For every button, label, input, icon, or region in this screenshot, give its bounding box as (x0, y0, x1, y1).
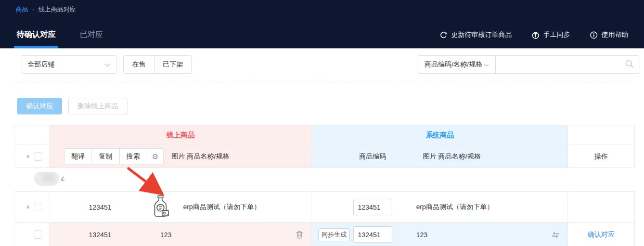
refresh-pending-orders-button[interactable]: 更新待审核订单商品 (440, 30, 512, 40)
row2-select-cell: ∧ (15, 223, 49, 246)
row2-online-section: 132451 123 (49, 223, 312, 246)
online-product-name: erp商品测试（请勿下单） (183, 202, 312, 212)
gear-icon[interactable]: ⚙ (147, 149, 163, 164)
row1-system-section: erp商品测试（请勿下单） (312, 192, 568, 222)
info-icon (590, 31, 598, 39)
system-product-group-header: 系统商品 (312, 125, 568, 145)
system-sub-header: 商品编码 图片 商品名称/规格 (312, 145, 568, 167)
bulk-action-row: 确认对应 删除线上商品 (17, 98, 127, 114)
online-product-code: 132451 (49, 231, 151, 239)
system-code-input[interactable] (353, 226, 392, 243)
row1-select-cell: ∧ (15, 192, 49, 222)
search-field-select[interactable]: 商品编码/名称/规格 (418, 55, 496, 74)
online-image-name-header: 图片 商品名称/规格 (172, 152, 229, 161)
sale-status-filter: 在售 已下架 (123, 55, 192, 74)
copy-button[interactable]: 复制 (92, 149, 119, 164)
system-code-input[interactable] (353, 199, 392, 215)
help-label: 使用帮助 (601, 30, 628, 40)
table-header: 线上商品 系统商品 ∧ 翻译 复制 搜索 ⚙ 图片 商品名称/规格 商品编码 (15, 125, 635, 168)
search-input[interactable] (496, 55, 639, 74)
product-image-icon[interactable] (151, 195, 183, 219)
tab-pending-mapping[interactable]: 待确认对应 (16, 30, 57, 48)
online-product-code: 123451 (49, 203, 151, 211)
page: 商品›线上商品对应 待确认对应 已对应 更新待审核订单商品 手工同步 (0, 0, 644, 246)
manual-sync-button[interactable]: 手工同步 (532, 30, 570, 40)
topbar: 商品›线上商品对应 待确认对应 已对应 更新待审核订单商品 手工同步 (0, 0, 644, 48)
collapse-all-caret[interactable]: ∧ (26, 154, 30, 159)
row1-op-cell (568, 192, 635, 222)
delete-online-product-button[interactable]: 删除线上商品 (68, 98, 127, 114)
online-toolbar: 翻译 复制 搜索 ⚙ (64, 148, 164, 164)
row1-checkbox[interactable] (34, 203, 42, 211)
chevron-down-icon (483, 61, 489, 69)
swap-icon[interactable] (546, 231, 568, 239)
refresh-icon (440, 31, 447, 39)
system-product-name: 123 (393, 231, 546, 239)
row2-op-cell: 确认对应 (568, 223, 635, 246)
breadcrumb-current: 线上商品对应 (38, 6, 76, 13)
sync-generated-tag: 同步生成 (318, 228, 350, 241)
filter-on-sale-button[interactable]: 在售 (124, 56, 154, 73)
topbar-actions: 更新待审核订单商品 手工同步 使用帮助 (440, 30, 628, 40)
sub-header-row: ∧ 翻译 复制 搜索 ⚙ 图片 商品名称/规格 商品编码 图片 商品名称/规格 … (15, 145, 635, 168)
system-product-name: erp商品测试（请勿下单） (393, 202, 546, 212)
breadcrumb: 商品›线上商品对应 (16, 5, 76, 14)
table-row: ∧ 123451 (15, 192, 635, 223)
manual-sync-label: 手工同步 (543, 30, 570, 40)
tab-mapped[interactable]: 已对应 (79, 30, 104, 48)
system-image-name-header: 图片 商品名称/规格 (393, 152, 568, 161)
group-header-op-cell (568, 125, 635, 145)
table-row: ∧ 132451 123 同步生成 123 (15, 223, 635, 246)
search-group: 商品编码/名称/规格 (418, 55, 639, 74)
system-code-header: 商品编码 (353, 152, 393, 161)
group-header-row: 线上商品 系统商品 (15, 125, 635, 145)
search-field-value: 商品编码/名称/规格 (424, 60, 482, 69)
refresh-label: 更新待审核订单商品 (451, 30, 512, 40)
search-icon[interactable] (625, 59, 634, 71)
confirm-mapping-link[interactable]: 确认对应 (588, 230, 615, 239)
dashed-divider (16, 83, 629, 83)
table-body: ∧ 123451 (15, 191, 635, 246)
online-sub-header: 翻译 复制 搜索 ⚙ 图片 商品名称/规格 (49, 145, 312, 167)
trash-icon[interactable] (295, 230, 312, 239)
chevron-down-icon (105, 61, 110, 69)
search-box (496, 55, 639, 74)
shop-select-value: 全部店铺 (28, 60, 55, 69)
tab-bar: 待确认对应 已对应 (16, 30, 126, 48)
filter-off-shelf-button[interactable]: 已下架 (154, 56, 191, 73)
row2-checkbox[interactable] (34, 230, 42, 239)
breadcrumb-separator: › (32, 6, 34, 12)
shop-select[interactable]: 全部店铺 (21, 55, 117, 74)
blurred-shop-name (34, 172, 59, 186)
op-column-header: 操作 (568, 145, 635, 167)
select-all-cell: ∧ (15, 145, 49, 167)
row1-online-section: 123451 erp商品测试（请勿下单） (49, 192, 312, 222)
manual-sync-icon (532, 31, 539, 39)
online-product-group-header: 线上商品 (49, 125, 312, 145)
row2-system-section: 同步生成 123 (312, 223, 568, 246)
search-tool-button[interactable]: 搜索 (119, 149, 147, 164)
online-product-name: 123 (160, 231, 172, 239)
collapse-row-caret[interactable]: ∧ (26, 204, 30, 210)
translate-button[interactable]: 翻译 (65, 149, 92, 164)
confirm-mapping-button[interactable]: 确认对应 (17, 98, 62, 114)
blurred-text-remnant: ∠ (60, 176, 65, 182)
group-header-first-cell (15, 125, 49, 145)
shop-group-label: ∠ (34, 171, 65, 186)
select-all-checkbox[interactable] (34, 152, 42, 161)
breadcrumb-root[interactable]: 商品 (16, 6, 28, 13)
help-button[interactable]: 使用帮助 (590, 30, 628, 40)
